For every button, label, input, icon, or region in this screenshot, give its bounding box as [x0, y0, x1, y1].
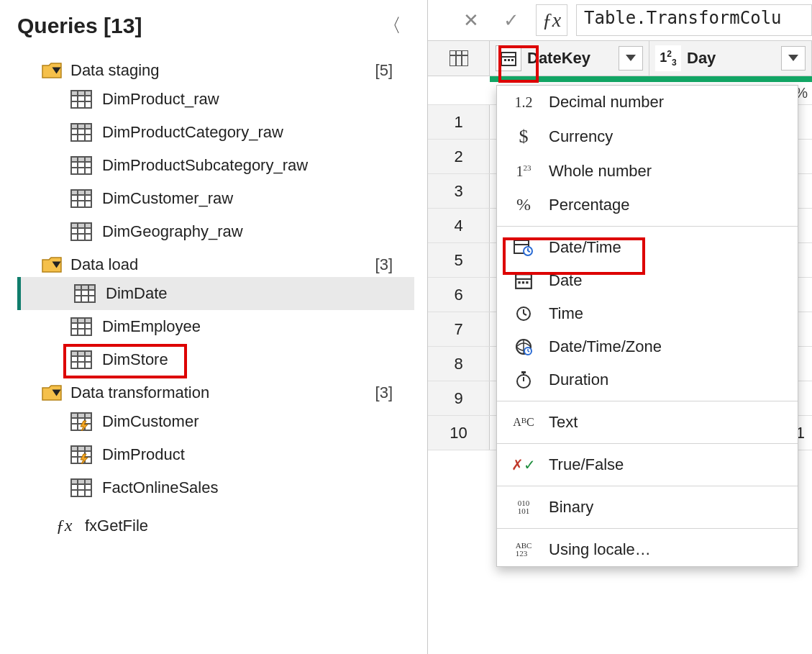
table-icon — [70, 412, 92, 431]
type-option-text[interactable]: ABC Text — [497, 406, 798, 439]
query-item-dimproductcategory_raw[interactable]: DimProductCategory_raw — [70, 116, 427, 149]
svg-rect-21 — [71, 223, 91, 228]
column-header-datekey[interactable]: DateKey — [490, 41, 649, 76]
collapse-queries-icon[interactable]: 〈 — [383, 13, 401, 38]
row-number[interactable]: 3 — [428, 174, 490, 208]
query-item-dimstore[interactable]: DimStore — [70, 343, 427, 376]
group-count: [3] — [147, 255, 427, 274]
svg-rect-6 — [71, 124, 91, 129]
svg-rect-1 — [71, 91, 91, 96]
table-icon — [70, 156, 92, 175]
function-icon: ƒx — [53, 516, 75, 535]
type-option-binary[interactable]: 010101 Binary — [497, 491, 798, 524]
row-number[interactable]: 4 — [428, 209, 490, 242]
chevron-down-icon — [53, 262, 61, 268]
row-number[interactable]: 1 — [428, 105, 490, 139]
type-option-decimal-number[interactable]: 1.2 Decimal number — [497, 86, 798, 119]
query-item-dimcustomer[interactable]: DimCustomer — [70, 405, 427, 438]
type-option-label: Date/Time — [549, 238, 621, 257]
query-item-dimemployee[interactable]: DimEmployee — [70, 310, 427, 343]
menu-separator — [497, 401, 798, 401]
menu-separator — [497, 528, 798, 529]
queries-title: Queries [13] — [17, 14, 142, 38]
row-number[interactable]: 5 — [428, 243, 490, 277]
type-option-date-time[interactable]: Date/Time — [497, 231, 798, 264]
type-option-label: Percentage — [549, 196, 630, 214]
query-item-factonlinesales[interactable]: FactOnlineSales — [70, 471, 427, 504]
group-data load[interactable]: Data load [3] — [17, 253, 427, 277]
formula-bar: ✕ ✓ ƒx Table.TransformColu — [428, 0, 812, 41]
query-label: DimProductCategory_raw — [102, 123, 283, 142]
query-item-fxgetfile[interactable]: ƒx fxGetFile — [17, 509, 427, 542]
table-icon — [74, 284, 96, 303]
type-option-using-locale-[interactable]: ABC123 Using locale… — [497, 533, 798, 566]
row-number[interactable]: 8 — [428, 347, 490, 381]
row-number[interactable]: 2 — [428, 140, 490, 173]
text-icon: ABC — [511, 416, 536, 429]
type-option-label: Date/Time/Zone — [549, 337, 662, 356]
menu-separator — [497, 486, 798, 486]
row-number[interactable]: 10 — [428, 416, 490, 450]
table-icon — [70, 189, 92, 208]
query-label: fxGetFile — [85, 517, 148, 535]
group-data staging[interactable]: Data staging [5] — [17, 58, 427, 83]
svg-rect-31 — [71, 318, 91, 323]
type-option-date[interactable]: Date — [497, 264, 798, 297]
formula-accept-button[interactable]: ✓ — [496, 4, 527, 36]
row-number[interactable]: 7 — [428, 312, 490, 346]
timezone-icon — [511, 337, 536, 356]
query-label: DimProduct — [102, 445, 185, 464]
type-option-label: Decimal number — [549, 93, 664, 112]
svg-rect-64 — [508, 59, 510, 61]
query-label: DimProduct_raw — [102, 90, 219, 109]
grid-corner[interactable] — [428, 41, 490, 76]
fx-icon[interactable]: ƒx — [536, 4, 567, 36]
quality-bar-datekey — [490, 76, 649, 82]
type-option-time[interactable]: Time — [497, 297, 798, 330]
type-option-percentage[interactable]: % Percentage — [497, 188, 798, 222]
datatype-button-datekey[interactable] — [496, 45, 521, 71]
formula-cancel-button[interactable]: ✕ — [455, 4, 487, 36]
svg-line-85 — [528, 351, 529, 352]
datetime-icon — [511, 238, 536, 257]
type-option-whole-number[interactable]: 123 Whole number — [497, 155, 798, 188]
svg-rect-41 — [71, 413, 91, 418]
formula-input[interactable]: Table.TransformColu — [576, 4, 812, 36]
currency-icon: $ — [511, 126, 536, 147]
locale-icon: ABC123 — [511, 542, 536, 558]
column-header-day[interactable]: 123 Day — [649, 41, 812, 76]
table-icon — [70, 222, 92, 241]
query-item-dimproduct[interactable]: DimProduct — [70, 438, 427, 471]
query-label: DimStore — [102, 350, 168, 369]
type-option-label: Binary — [549, 498, 593, 517]
query-label: DimCustomer_raw — [102, 189, 233, 208]
query-item-dimproduct_raw[interactable]: DimProduct_raw — [70, 83, 427, 116]
query-label: DimDate — [106, 284, 168, 303]
row-number[interactable]: 6 — [428, 278, 490, 312]
query-item-dimcustomer_raw[interactable]: DimCustomer_raw — [70, 182, 427, 215]
type-option-true-false[interactable]: ✗✓ True/False — [497, 448, 798, 481]
table-icon — [70, 317, 92, 336]
group-data transformation[interactable]: Data transformation [3] — [17, 381, 427, 405]
row-number[interactable]: 9 — [428, 381, 490, 415]
type-option-date-time-zone[interactable]: Date/Time/Zone — [497, 330, 798, 363]
type-option-label: Whole number — [549, 162, 652, 181]
column-filter-datekey[interactable] — [619, 46, 643, 71]
query-item-dimdate[interactable]: DimDate — [17, 277, 414, 310]
datatype-button-day[interactable]: 123 — [655, 45, 681, 71]
column-name-day: Day — [687, 49, 716, 68]
column-filter-day[interactable] — [781, 46, 806, 71]
menu-separator — [497, 226, 798, 227]
svg-rect-16 — [71, 190, 91, 195]
group-label: Data load — [70, 255, 138, 274]
table-icon — [70, 90, 92, 109]
type-option-currency[interactable]: $ Currency — [497, 119, 798, 155]
query-item-dimgeography_raw[interactable]: DimGeography_raw — [70, 215, 427, 248]
query-label: FactOnlineSales — [102, 478, 218, 497]
type-option-label: Text — [549, 413, 578, 432]
whole-icon: 123 — [511, 163, 536, 180]
bool-icon: ✗✓ — [511, 456, 536, 473]
group-label: Data staging — [70, 61, 160, 80]
query-item-dimproductsubcategory_raw[interactable]: DimProductSubcategory_raw — [70, 149, 427, 182]
type-option-duration[interactable]: Duration — [497, 363, 798, 396]
